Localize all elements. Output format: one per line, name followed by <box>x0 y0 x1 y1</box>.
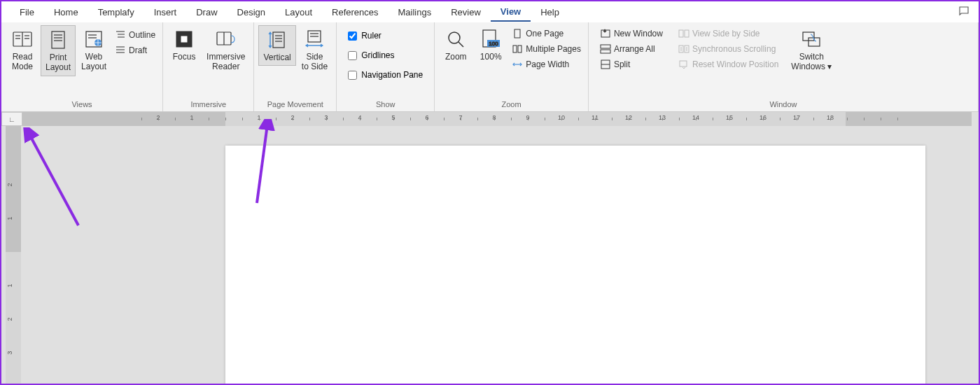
immersive-reader-button[interactable]: Immersive Reader <box>202 25 249 75</box>
vertical-button[interactable]: Vertical <box>258 25 295 66</box>
draft-icon <box>115 45 126 56</box>
svg-rect-49 <box>685 30 689 37</box>
horizontal-ruler[interactable]: 21123456789101112131415161718 <box>22 112 972 126</box>
side-by-side-icon <box>678 28 690 39</box>
split-button[interactable]: Split <box>597 57 666 71</box>
ruler-checkbox-input[interactable] <box>348 31 357 41</box>
navpane-checkbox-input[interactable] <box>348 71 357 80</box>
sync-scroll-icon <box>678 43 690 55</box>
gridlines-checkbox-input[interactable] <box>348 51 357 60</box>
menu-mailings[interactable]: Mailings <box>388 4 442 21</box>
new-window-icon: + <box>600 28 611 39</box>
svg-rect-39 <box>513 46 517 52</box>
menu-file[interactable]: File <box>10 4 44 21</box>
web-page-icon <box>83 28 105 50</box>
chevron-down-icon: ▾ <box>827 62 832 71</box>
menu-templafy[interactable]: Templafy <box>88 4 144 21</box>
sync-scrolling-button: Synchronous Scrolling <box>676 42 781 56</box>
view-side-by-side-button: View Side by Side <box>676 27 781 41</box>
svg-rect-21 <box>181 36 188 43</box>
svg-rect-40 <box>518 46 522 52</box>
page-icon <box>47 29 69 51</box>
focus-button[interactable]: Focus <box>167 25 201 64</box>
web-layout-button[interactable]: Web Layout <box>77 25 111 75</box>
group-page-movement: Vertical Side to Side Page Movement <box>254 22 337 111</box>
navigation-pane-checkbox[interactable]: Navigation Pane <box>345 67 426 83</box>
document-page[interactable] <box>225 146 925 385</box>
svg-text:100: 100 <box>489 41 499 47</box>
arrange-all-button[interactable]: Arrange All <box>597 42 666 56</box>
immersive-reader-icon <box>215 28 237 50</box>
menu-help[interactable]: Help <box>531 4 569 21</box>
group-views: Read Mode Print Layout Web Layout <box>1 22 163 111</box>
svg-point-33 <box>449 32 460 43</box>
svg-rect-38 <box>514 29 520 38</box>
menu-home[interactable]: Home <box>44 4 88 21</box>
outline-button[interactable]: Outline <box>112 28 158 42</box>
split-icon <box>600 59 611 70</box>
magnifier-icon <box>444 28 467 50</box>
menubar: File Home Templafy Insert Draw Design La… <box>1 1 979 22</box>
svg-line-34 <box>458 42 463 47</box>
svg-rect-54 <box>680 61 687 66</box>
document-area: ∟ 21123456789101112131415161718 211234 <box>1 112 979 384</box>
group-immersive: Focus Immersive Reader Immersive <box>163 22 254 111</box>
horizontal-scroll-icon <box>303 28 326 50</box>
menu-insert[interactable]: Insert <box>144 4 187 21</box>
reset-position-icon <box>678 59 690 70</box>
menu-view[interactable]: View <box>491 3 531 22</box>
outline-icon <box>115 29 126 41</box>
multiple-pages-button[interactable]: Multiple Pages <box>509 42 584 56</box>
zoom-100-button[interactable]: 100 100% <box>474 25 507 64</box>
vertical-ruler[interactable]: 211234 <box>6 126 21 385</box>
focus-icon <box>173 28 195 50</box>
menu-design[interactable]: Design <box>227 4 275 21</box>
one-page-button[interactable]: One Page <box>509 27 584 41</box>
svg-rect-44 <box>601 45 610 48</box>
zoom-button[interactable]: Zoom <box>439 25 472 64</box>
new-window-button[interactable]: + New Window <box>597 27 666 41</box>
svg-rect-45 <box>601 50 610 53</box>
menu-draw[interactable]: Draw <box>186 4 227 21</box>
multiple-pages-icon <box>512 43 523 55</box>
group-window: + New Window Arrange All Split <box>589 22 979 111</box>
side-to-side-button[interactable]: Side to Side <box>298 25 332 75</box>
svg-rect-48 <box>679 30 683 37</box>
menu-references[interactable]: References <box>322 4 388 21</box>
comment-icon[interactable] <box>958 5 970 20</box>
book-icon <box>11 28 34 50</box>
group-show: Ruler Gridlines Navigation Pane Show <box>337 22 435 111</box>
switch-windows-icon <box>800 28 822 50</box>
one-page-icon <box>512 28 523 39</box>
arrange-all-icon <box>600 43 611 55</box>
print-layout-button[interactable]: Print Layout <box>41 25 76 76</box>
page-width-icon <box>512 59 523 70</box>
page-100-icon: 100 <box>479 28 502 50</box>
ruler-checkbox[interactable]: Ruler <box>345 28 426 43</box>
svg-rect-24 <box>273 32 284 48</box>
menu-review[interactable]: Review <box>441 4 491 21</box>
page-width-button[interactable]: Page Width <box>509 57 584 71</box>
reset-window-position-button: Reset Window Position <box>676 57 781 71</box>
draft-button[interactable]: Draft <box>112 43 158 57</box>
group-zoom: Zoom 100 100% One Page <box>435 22 589 111</box>
menu-layout[interactable]: Layout <box>275 4 322 21</box>
svg-text:+: + <box>603 29 606 34</box>
svg-rect-6 <box>52 31 64 48</box>
read-mode-button[interactable]: Read Mode <box>6 25 39 75</box>
gridlines-checkbox[interactable]: Gridlines <box>345 48 426 63</box>
vertical-scroll-icon <box>266 29 288 51</box>
switch-windows-button[interactable]: Switch Windows ▾ <box>787 25 836 75</box>
ruler-corner[interactable]: ∟ <box>1 112 22 126</box>
ribbon-view: Read Mode Print Layout Web Layout <box>1 22 979 112</box>
